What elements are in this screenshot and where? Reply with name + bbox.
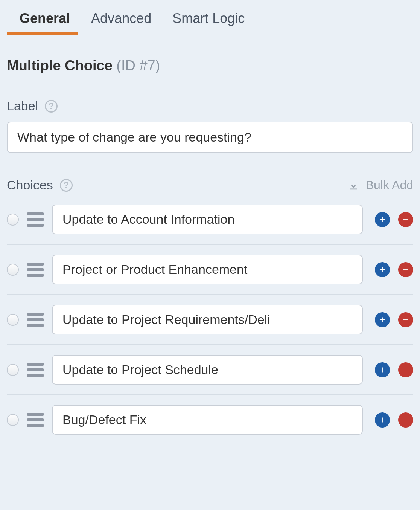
field-id: (ID #7) — [116, 58, 160, 73]
choice-radio[interactable] — [7, 414, 19, 426]
choice-input[interactable] — [52, 405, 363, 435]
tab-advanced[interactable]: Advanced — [90, 8, 153, 35]
choice-row — [7, 295, 413, 345]
download-icon — [347, 179, 360, 192]
field-type-title: Multiple Choice — [7, 58, 113, 73]
drag-handle-icon[interactable] — [27, 412, 44, 428]
help-icon[interactable]: ? — [45, 100, 58, 113]
drag-handle-icon[interactable] — [27, 262, 44, 278]
choice-radio[interactable] — [7, 314, 19, 326]
field-heading: Multiple Choice (ID #7) — [7, 35, 413, 74]
label-section-label: Label — [7, 99, 38, 113]
bulk-add-label: Bulk Add — [366, 178, 413, 192]
drag-handle-icon[interactable] — [27, 212, 44, 228]
add-choice-button[interactable] — [375, 212, 390, 227]
choice-row — [7, 245, 413, 295]
choice-input[interactable] — [52, 255, 363, 284]
choice-row — [7, 395, 413, 444]
remove-choice-button[interactable] — [398, 362, 413, 377]
add-choice-button[interactable] — [375, 362, 390, 377]
remove-choice-button[interactable] — [398, 312, 413, 327]
bulk-add-button[interactable]: Bulk Add — [347, 178, 413, 192]
add-choice-button[interactable] — [375, 262, 390, 277]
remove-choice-button[interactable] — [398, 412, 413, 428]
choices-section-header: Choices ? Bulk Add — [7, 178, 413, 192]
choices-list — [7, 195, 413, 444]
remove-choice-button[interactable] — [398, 212, 413, 227]
help-icon[interactable]: ? — [60, 179, 73, 192]
add-choice-button[interactable] — [375, 312, 390, 327]
tab-smart-logic[interactable]: Smart Logic — [171, 8, 246, 35]
drag-handle-icon[interactable] — [27, 362, 44, 378]
tabs: General Advanced Smart Logic — [7, 0, 413, 35]
choice-radio[interactable] — [7, 364, 19, 376]
choice-input[interactable] — [52, 205, 363, 234]
label-section-header: Label ? — [7, 99, 413, 113]
choices-section-label: Choices — [7, 178, 53, 192]
choice-row — [7, 345, 413, 395]
tab-general[interactable]: General — [18, 8, 72, 35]
choice-radio[interactable] — [7, 264, 19, 276]
choice-radio[interactable] — [7, 214, 19, 226]
drag-handle-icon[interactable] — [27, 312, 44, 328]
add-choice-button[interactable] — [375, 412, 390, 428]
label-input[interactable] — [7, 122, 413, 153]
choice-row — [7, 195, 413, 245]
choice-input[interactable] — [52, 305, 363, 334]
remove-choice-button[interactable] — [398, 262, 413, 277]
choice-input[interactable] — [52, 355, 363, 385]
